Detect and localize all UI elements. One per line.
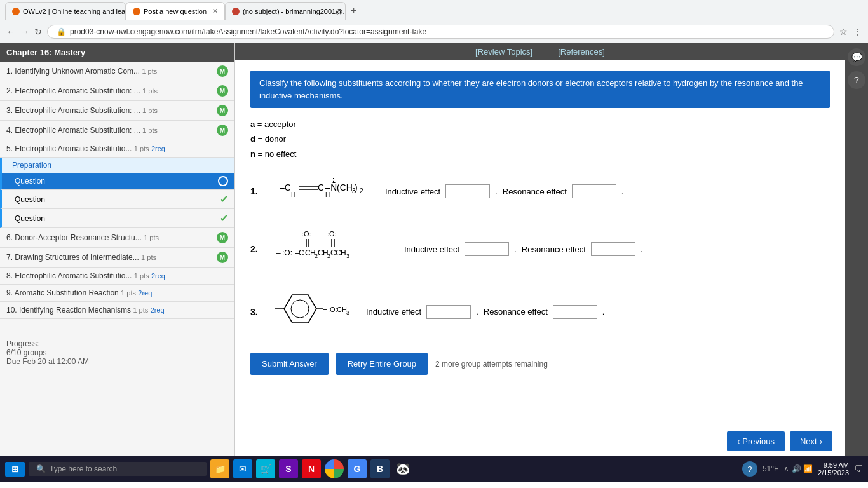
sub-item-2-label: Question: [15, 195, 45, 204]
question-row-3: 3. – :O: CH 3: [250, 288, 830, 335]
collapse-sidebar-button[interactable]: ‹: [234, 170, 235, 193]
notification-icon[interactable]: 🗨: [854, 464, 863, 474]
taskbar-app-panda[interactable]: 🐼: [393, 459, 412, 478]
progress-label: Progress:: [6, 339, 228, 348]
sidebar-item-6[interactable]: 6. Donor-Acceptor Resonance Structu... 1…: [0, 228, 234, 248]
taskbar-app-n[interactable]: N: [302, 459, 321, 478]
svg-text::O:: :O:: [327, 230, 337, 238]
prev-chevron-icon: ‹: [737, 437, 740, 446]
inductive-input-3[interactable]: [426, 305, 471, 319]
search-icon: 🔍: [36, 464, 46, 473]
taskbar-app-chrome[interactable]: [325, 459, 344, 478]
search-placeholder: Type here to search: [50, 464, 117, 473]
svg-text::O:: :O:: [302, 230, 311, 238]
sidebar-group: Preparation: [0, 158, 234, 173]
sub-item-3[interactable]: Question ✔: [0, 209, 234, 228]
sub-item-1[interactable]: Question: [0, 173, 234, 190]
menu-icon[interactable]: ⋮: [853, 27, 862, 37]
check-icon-2: ✔: [220, 193, 228, 205]
taskbar-app-store[interactable]: 🛒: [256, 459, 275, 478]
item-2-label: 2. Electrophilic Aromatic Substitution: …: [6, 86, 158, 95]
taskbar-search-bar[interactable]: 🔍 Type here to search: [29, 462, 207, 476]
chapter-header: Chapter 16: Mastery: [0, 43, 234, 62]
effects-1: Inductive effect . Resonance effect .: [385, 184, 623, 198]
forward-button[interactable]: →: [20, 27, 29, 37]
tab-owlv2[interactable]: OWLv2 | Online teaching and lea... ✕: [5, 2, 126, 20]
sub-item-2[interactable]: Question ✔: [0, 190, 234, 209]
main-layout: Chapter 16: Mastery 1. Identifying Unkno…: [0, 43, 868, 456]
new-tab-button[interactable]: +: [346, 2, 362, 20]
help-taskbar-icon[interactable]: ?: [742, 461, 757, 477]
resonance-input-3[interactable]: [553, 305, 597, 319]
lock-icon: 🔒: [57, 27, 66, 36]
inductive-input-2[interactable]: [465, 242, 509, 256]
svg-text:3: 3: [346, 309, 349, 316]
nav-footer: ‹ Previous Next ›: [235, 426, 845, 456]
resonance-input-1[interactable]: [572, 184, 616, 198]
sidebar-item-9[interactable]: 9. Aromatic Substitution Reaction 1 pts …: [0, 285, 234, 302]
question-num-2: 2.: [250, 244, 263, 254]
structure-2: :O: :O: – :O: – C C H 2: [273, 227, 394, 271]
item-6-badge: M: [217, 232, 228, 243]
sidebar-item-7[interactable]: 7. Drawing Structures of Intermediate...…: [0, 248, 234, 268]
help-icon[interactable]: ?: [848, 71, 865, 89]
structure-svg-1: –C H C H – N̄ : (CH 3 ) 2: [273, 173, 375, 208]
resonance-label-1: Resonance effect: [503, 187, 567, 196]
retry-group-button[interactable]: Retry Entire Group: [336, 353, 428, 375]
references-link[interactable]: [References]: [558, 47, 605, 57]
inductive-label-2: Inductive effect: [404, 245, 459, 254]
sidebar-item-10[interactable]: 10. Identifying Reaction Mechanisms 1 pt…: [0, 302, 234, 319]
structure-svg-2: :O: :O: – :O: – C C H 2: [273, 227, 394, 269]
tab-icon-post: [133, 8, 140, 15]
item-1-label: 1. Identifying Unknown Aromatic Com... 1…: [6, 67, 157, 76]
sidebar-item-5[interactable]: 5. Electrophilic Aromatic Substitutio...…: [0, 140, 234, 158]
previous-label: Previous: [742, 437, 775, 446]
svg-text:(CH: (CH: [337, 182, 353, 193]
item-9-label: 9. Aromatic Substitution Reaction 1 pts …: [6, 288, 152, 297]
reload-button[interactable]: ↻: [34, 27, 42, 37]
svg-text::O:: :O:: [282, 248, 292, 257]
next-button[interactable]: Next ›: [790, 431, 832, 451]
resonance-input-2[interactable]: [591, 242, 635, 256]
svg-text:–: –: [323, 305, 327, 314]
dot-separator-2: .: [514, 245, 517, 254]
taskbar-app-s[interactable]: S: [279, 459, 298, 478]
svg-text:C: C: [318, 182, 324, 193]
sidebar-item-2[interactable]: 2. Electrophilic Aromatic Substitution: …: [0, 81, 234, 101]
svg-text:): ): [355, 182, 358, 193]
sidebar-item-8[interactable]: 8. Electrophilic Aromatic Substitutio...…: [0, 268, 234, 285]
svg-text:2: 2: [360, 187, 363, 194]
inductive-input-1[interactable]: [445, 184, 490, 198]
sidebar-item-4[interactable]: 4. Electrophilic Aromatic Substitution: …: [0, 121, 234, 140]
browser-controls: ← → ↻ 🔒 prod03-cnow-owl.cengagenow.com/i…: [0, 20, 868, 43]
tab-email[interactable]: (no subject) - brimanning2001@... ✕: [225, 2, 346, 20]
bookmark-icon[interactable]: ☆: [839, 27, 848, 37]
taskbar-icons-right: ? 51°F ∧ 🔊 📶 9:59 AM 2/15/2023 🗨: [742, 461, 863, 477]
item-10-label: 10. Identifying Reaction Mechanisms 1 pt…: [6, 306, 165, 315]
start-button[interactable]: ⊞: [5, 462, 25, 477]
taskbar-app-file[interactable]: 📁: [210, 459, 229, 478]
chat-icon[interactable]: 💬: [848, 48, 865, 66]
back-button[interactable]: ←: [6, 27, 15, 37]
review-topics-link[interactable]: [Review Topics]: [475, 47, 532, 57]
structure-1: –C H C H – N̄ : (CH 3 ) 2: [273, 173, 375, 210]
sidebar-item-3[interactable]: 3. Electrophilic Aromatic Substitution: …: [0, 101, 234, 121]
taskbar-app-g[interactable]: G: [348, 459, 367, 478]
taskbar-app-mail[interactable]: ✉: [233, 459, 252, 478]
effects-3: Inductive effect . Resonance effect .: [366, 305, 604, 319]
svg-point-34: [291, 300, 309, 318]
sidebar: Chapter 16: Mastery 1. Identifying Unkno…: [0, 43, 235, 456]
taskbar-app-b[interactable]: B: [370, 459, 390, 478]
tab-post[interactable]: Post a new question ✕: [126, 2, 225, 20]
svg-text:–C: –C: [280, 182, 291, 193]
taskbar: ⊞ 🔍 Type here to search 📁 ✉ 🛒 S N G B 🐼 …: [0, 456, 868, 482]
item-1-badge: M: [217, 65, 228, 77]
tab-close-post[interactable]: ✕: [212, 7, 218, 15]
address-bar[interactable]: 🔒 prod03-cnow-owl.cengagenow.com/ilrn/ta…: [47, 25, 834, 39]
previous-button[interactable]: ‹ Previous: [727, 431, 785, 451]
submit-answer-button[interactable]: Submit Answer: [250, 353, 329, 375]
dot-separator-3: .: [476, 307, 478, 316]
question-content: Classify the following substituents acco…: [235, 60, 845, 426]
item-5-label: 5. Electrophilic Aromatic Substitutio...…: [6, 144, 165, 153]
sidebar-item-1[interactable]: 1. Identifying Unknown Aromatic Com... 1…: [0, 62, 234, 81]
